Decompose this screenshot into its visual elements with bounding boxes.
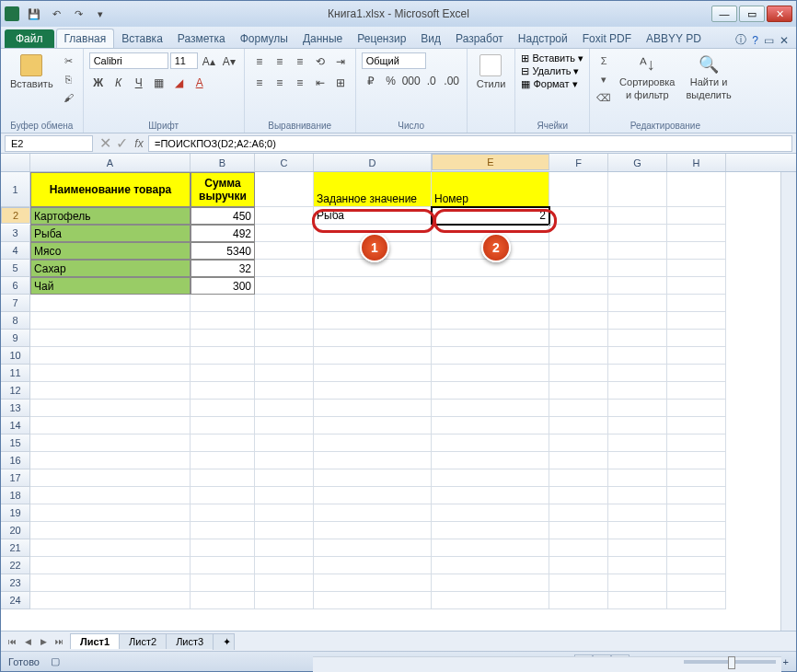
merge-icon[interactable]: ⊞	[331, 74, 350, 92]
row-header-22[interactable]: 22	[1, 557, 30, 574]
cell-H18[interactable]	[667, 487, 726, 504]
align-middle-icon[interactable]: ≡	[271, 52, 289, 71]
row-header-1[interactable]: 1	[1, 172, 30, 207]
cell-E5[interactable]	[432, 260, 549, 277]
autosum-icon[interactable]: Σ	[595, 52, 612, 69]
cell-F7[interactable]	[549, 295, 608, 312]
cell-G2[interactable]	[608, 207, 667, 225]
cell-C6[interactable]	[255, 277, 314, 295]
cell-F8[interactable]	[549, 312, 608, 330]
inc-decimal-icon[interactable]: .0	[422, 72, 441, 90]
name-box[interactable]: E2	[5, 135, 93, 152]
cell-A17[interactable]	[30, 469, 191, 487]
cell-C5[interactable]	[255, 260, 314, 277]
cell-A12[interactable]	[30, 382, 191, 400]
cell-D4[interactable]	[314, 242, 432, 260]
bold-button[interactable]: Ж	[89, 74, 108, 92]
cell-G11[interactable]	[608, 365, 667, 382]
cell-E20[interactable]	[432, 522, 549, 539]
cell-H17[interactable]	[667, 469, 726, 487]
cell-B17[interactable]	[191, 469, 255, 487]
redo-icon[interactable]: ↷	[69, 5, 87, 23]
tab-insert[interactable]: Вставка	[114, 29, 170, 48]
tab-foxit[interactable]: Foxit PDF	[575, 29, 639, 48]
cell-D22[interactable]	[314, 557, 432, 574]
tab-developer[interactable]: Разработ	[448, 29, 511, 48]
cell-B1[interactable]: Сумма выручки	[191, 172, 255, 207]
tab-addins[interactable]: Надстрой	[511, 29, 575, 48]
tab-layout[interactable]: Разметка	[170, 29, 233, 48]
save-icon[interactable]: 💾	[25, 5, 43, 23]
row-header-4[interactable]: 4	[1, 242, 30, 260]
row-header-21[interactable]: 21	[1, 539, 30, 557]
cell-E23[interactable]	[432, 574, 549, 592]
cell-G18[interactable]	[608, 487, 667, 504]
cell-B2[interactable]: 450	[191, 207, 255, 225]
cell-E17[interactable]	[432, 469, 549, 487]
cell-G12[interactable]	[608, 382, 667, 400]
row-header-23[interactable]: 23	[1, 574, 30, 592]
row-header-3[interactable]: 3	[1, 225, 30, 242]
sort-filter-button[interactable]: ᴬ↓ Сортировка и фильтр	[616, 52, 678, 102]
cell-C12[interactable]	[255, 382, 314, 400]
currency-icon[interactable]: ₽	[362, 72, 380, 90]
cell-C14[interactable]	[255, 417, 314, 434]
cell-D11[interactable]	[314, 365, 432, 382]
cell-E22[interactable]	[432, 557, 549, 574]
cell-C4[interactable]	[255, 242, 314, 260]
cell-B20[interactable]	[191, 522, 255, 539]
tab-home[interactable]: Главная	[56, 29, 115, 48]
row-header-2[interactable]: 2	[1, 207, 30, 224]
row-header-10[interactable]: 10	[1, 347, 30, 365]
cell-A18[interactable]	[30, 487, 191, 504]
tab-data[interactable]: Данные	[295, 29, 350, 48]
cell-F4[interactable]	[549, 242, 608, 260]
cell-D5[interactable]	[314, 260, 432, 277]
cell-G24[interactable]	[608, 592, 667, 609]
cell-A22[interactable]	[30, 557, 191, 574]
cell-G17[interactable]	[608, 469, 667, 487]
sheet-nav-next-icon[interactable]: ▶	[36, 634, 51, 649]
cell-D19[interactable]	[314, 504, 432, 522]
cell-D14[interactable]	[314, 417, 432, 434]
cell-B3[interactable]: 492	[191, 225, 255, 242]
row-header-18[interactable]: 18	[1, 487, 30, 504]
cell-H3[interactable]	[667, 225, 726, 242]
cell-B21[interactable]	[191, 539, 255, 557]
cell-H19[interactable]	[667, 504, 726, 522]
fill-icon[interactable]: ▾	[595, 71, 612, 87]
cell-A8[interactable]	[30, 312, 191, 330]
cell-B11[interactable]	[191, 365, 255, 382]
cell-G21[interactable]	[608, 539, 667, 557]
fx-icon[interactable]: fx	[130, 137, 148, 150]
cell-H8[interactable]	[667, 312, 726, 330]
clear-icon[interactable]: ⌫	[595, 89, 612, 106]
align-top-icon[interactable]: ≡	[250, 52, 269, 71]
cell-F18[interactable]	[549, 487, 608, 504]
border-icon[interactable]: ▦	[150, 74, 168, 92]
cell-G4[interactable]	[608, 242, 667, 260]
cell-A20[interactable]	[30, 522, 191, 539]
cell-H13[interactable]	[667, 400, 726, 417]
cell-D12[interactable]	[314, 382, 432, 400]
number-format-select[interactable]: Общий	[362, 52, 426, 69]
cell-F10[interactable]	[549, 347, 608, 365]
cell-B10[interactable]	[191, 347, 255, 365]
cell-G14[interactable]	[608, 417, 667, 434]
cell-F13[interactable]	[549, 400, 608, 417]
cell-E7[interactable]	[432, 295, 549, 312]
cell-H20[interactable]	[667, 522, 726, 539]
cell-B24[interactable]	[191, 592, 255, 609]
cell-F15[interactable]	[549, 434, 608, 452]
cell-B6[interactable]: 300	[191, 277, 255, 295]
cell-A10[interactable]	[30, 347, 191, 365]
tab-view[interactable]: Вид	[413, 29, 448, 48]
cell-B15[interactable]	[191, 434, 255, 452]
align-center-icon[interactable]: ≡	[271, 74, 289, 92]
col-header-H[interactable]: H	[667, 154, 726, 171]
cell-F9[interactable]	[549, 330, 608, 347]
row-header-14[interactable]: 14	[1, 417, 30, 434]
grow-font-icon[interactable]: A▴	[200, 52, 218, 71]
find-select-button[interactable]: 🔍 Найти и выделить	[682, 52, 734, 102]
copy-icon[interactable]: ⎘	[61, 71, 77, 87]
